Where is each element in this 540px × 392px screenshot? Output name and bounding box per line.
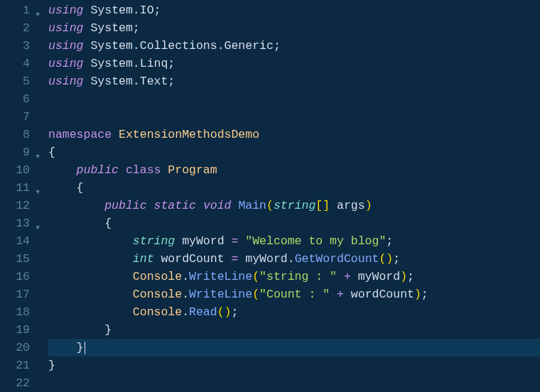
keyword-using: using — [48, 39, 84, 53]
keyword-public: public — [77, 163, 119, 177]
keyword-using: using — [48, 57, 84, 70]
var-ref: myWord — [358, 270, 400, 283]
param-name: args — [337, 199, 365, 212]
namespace-ref: System.Linq — [90, 57, 168, 70]
line-number: 14 — [0, 232, 36, 250]
type-string: string — [274, 199, 315, 212]
code-line[interactable] — [48, 90, 540, 108]
method-call: Read — [189, 305, 217, 319]
code-line[interactable]: namespace ExtensionMethodsDemo — [48, 126, 540, 143]
namespace-name: ExtensionMethodsDemo — [119, 128, 259, 141]
code-line[interactable]: using System.Collections.Generic; — [48, 37, 540, 55]
code-line[interactable]: using System; — [48, 19, 540, 37]
keyword-class: class — [126, 163, 161, 177]
keyword-void: void — [203, 199, 232, 212]
operator-plus: + — [344, 270, 351, 283]
var-name: wordCount — [161, 252, 224, 266]
string-literal: "string : " — [259, 270, 337, 283]
brace-close: } — [48, 359, 55, 372]
dot: . — [182, 305, 189, 319]
line-number: 16 — [0, 268, 36, 285]
paren-close: ) — [414, 288, 421, 301]
string-literal: "Welcome to my blog" — [245, 234, 386, 248]
code-line[interactable]: using System.Text; — [48, 72, 540, 90]
semicolon: ; — [168, 75, 175, 88]
keyword-static: static — [154, 199, 196, 212]
parens: () — [379, 252, 393, 266]
type-console: Console — [133, 305, 182, 319]
semicolon: ; — [421, 288, 428, 301]
code-line[interactable]: { — [48, 143, 540, 161]
line-number: 4 — [0, 55, 36, 72]
paren-close: ) — [365, 199, 372, 212]
code-line[interactable]: public class Program — [48, 161, 540, 179]
code-area[interactable]: using System.IO; using System; using Sys… — [36, 0, 540, 392]
type-console: Console — [133, 270, 182, 283]
operator-assign: = — [231, 234, 238, 248]
line-number: 8 — [0, 126, 36, 143]
code-line[interactable]: using System.IO; — [48, 1, 540, 19]
text-cursor — [85, 342, 85, 354]
keyword-using: using — [48, 4, 84, 17]
code-line[interactable]: Console.Read(); — [48, 303, 540, 321]
operator-assign: = — [231, 252, 238, 266]
string-literal: "Count : " — [259, 288, 330, 301]
keyword-using: using — [48, 21, 84, 35]
semicolon: ; — [231, 305, 238, 319]
code-line[interactable]: } — [48, 356, 540, 374]
brace-close: } — [77, 341, 84, 354]
paren-open: ( — [266, 199, 274, 212]
namespace-ref: System.Text — [90, 75, 168, 88]
dot: . — [182, 270, 189, 283]
line-number-gutter: 1▼23456789▼1011▼1213▼141516171819202122 — [0, 0, 36, 392]
line-number: 21 — [0, 356, 36, 374]
class-name: Program — [168, 163, 217, 177]
line-number: 13▼ — [0, 214, 36, 232]
brace-open: { — [48, 146, 55, 159]
semicolon: ; — [386, 234, 393, 248]
paren-close: ) — [400, 270, 407, 283]
operator-plus: + — [337, 288, 344, 301]
line-number: 9▼ — [0, 143, 36, 161]
code-line[interactable]: using System.Linq; — [48, 55, 540, 72]
code-line[interactable] — [48, 108, 540, 126]
type-console: Console — [133, 288, 182, 301]
semicolon: ; — [274, 39, 281, 53]
code-line[interactable]: string myWord = "Welcome to my blog"; — [48, 232, 540, 250]
code-line[interactable]: public static void Main(string[] args) — [48, 197, 540, 214]
method-name: Main — [238, 199, 266, 212]
code-line[interactable]: } — [48, 321, 540, 339]
code-editor[interactable]: 1▼23456789▼1011▼1213▼141516171819202122 … — [0, 0, 540, 392]
line-number: 17 — [0, 285, 36, 303]
keyword-namespace: namespace — [48, 128, 112, 141]
line-number: 11▼ — [0, 179, 36, 197]
line-number: 22 — [0, 374, 36, 392]
code-line-active[interactable]: } — [48, 339, 540, 356]
line-number: 20 — [0, 339, 36, 356]
semicolon: ; — [168, 57, 175, 70]
namespace-ref: System — [90, 21, 132, 35]
line-number: 12 — [0, 197, 36, 214]
code-line[interactable]: { — [48, 214, 540, 232]
line-number: 1▼ — [0, 1, 36, 19]
dot: . — [288, 252, 295, 266]
var-ref: wordCount — [351, 288, 414, 301]
paren-open: ( — [252, 288, 259, 301]
code-line[interactable]: { — [48, 179, 540, 197]
method-call: GetWordCount — [295, 252, 379, 266]
var-ref: myWord — [245, 252, 287, 266]
code-line[interactable] — [48, 374, 540, 392]
line-number: 7 — [0, 108, 36, 126]
code-line[interactable]: int wordCount = myWord.GetWordCount(); — [48, 250, 540, 268]
line-number: 10 — [0, 161, 36, 179]
semicolon: ; — [407, 270, 414, 283]
brace-open: { — [77, 181, 84, 195]
brace-open: { — [104, 217, 112, 230]
dot: . — [182, 288, 189, 301]
code-line[interactable]: Console.WriteLine("Count : " + wordCount… — [48, 285, 540, 303]
namespace-ref: System.IO — [90, 4, 153, 17]
type-int: int — [133, 252, 154, 266]
code-line[interactable]: Console.WriteLine("string : " + myWord); — [48, 268, 540, 285]
type-string: string — [133, 234, 175, 248]
keyword-using: using — [48, 75, 84, 88]
